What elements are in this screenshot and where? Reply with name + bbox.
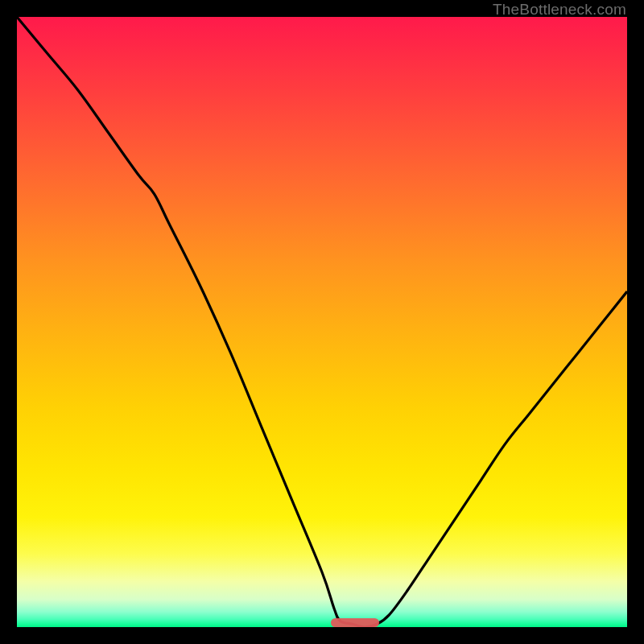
- bottleneck-curve: [17, 17, 627, 627]
- plot-area: [17, 17, 627, 627]
- curve-path: [17, 17, 627, 627]
- chart-frame: TheBottleneck.com: [0, 0, 644, 644]
- watermark-text: TheBottleneck.com: [493, 1, 626, 19]
- optimal-range-marker: [331, 618, 379, 627]
